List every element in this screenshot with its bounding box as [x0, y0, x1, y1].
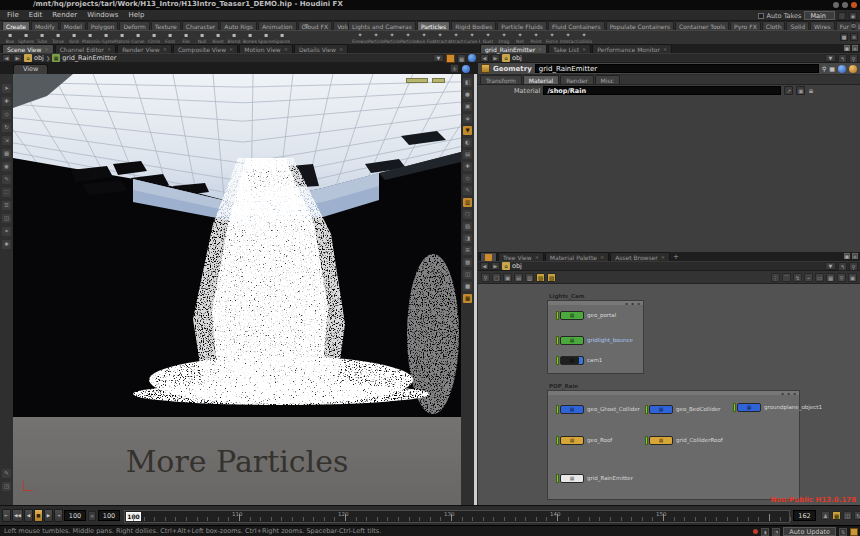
network-node[interactable]: ▦ cam1 — [556, 355, 602, 365]
network-tool-icon[interactable]: ↯ — [793, 273, 802, 282]
close-icon[interactable]: × — [661, 254, 665, 260]
root-icon[interactable]: ⌂ — [24, 54, 32, 62]
pane-tab[interactable]: Details View × — [294, 44, 348, 53]
viewport-display-icon[interactable]: ▣ — [463, 102, 472, 111]
shelf-tab[interactable]: Particle Fluids — [497, 21, 547, 30]
shelf-tab[interactable]: Fluid Containers — [548, 21, 605, 30]
shelf-tab[interactable]: Character — [182, 21, 220, 30]
shelf-tab[interactable]: Model — [60, 21, 86, 30]
shelf-tool[interactable]: ✦ Attract fr — [448, 31, 464, 44]
shelf-tab[interactable]: Modify — [31, 21, 59, 30]
pane-tab[interactable]: Asset Browser × — [610, 252, 670, 261]
network-canvas[interactable]: Lights_Cam ▪ ▪ ▪ ▦ geo_portal ▦ gridligh… — [478, 284, 860, 505]
network-node[interactable]: ▦ geo_portal — [556, 310, 616, 320]
gear-icon[interactable]: ⚙ — [302, 21, 311, 30]
playbar-option-icon[interactable]: ↻ — [854, 511, 860, 520]
transport-button[interactable]: ⇤ — [2, 509, 11, 522]
network-node[interactable]: ▦ groundplane_object1 — [733, 402, 822, 412]
help-sphere-icon[interactable] — [462, 65, 470, 73]
shelf-tab[interactable]: Populate Containers — [606, 21, 674, 30]
shelf-tool[interactable]: ✦ Fireworks — [352, 31, 368, 44]
parameter-tab[interactable]: Transform — [480, 75, 522, 84]
network-tool-icon[interactable]: ▨ — [547, 273, 556, 282]
search-icon[interactable]: ⚲ — [822, 65, 826, 72]
end-frame-field[interactable]: 162 — [793, 510, 816, 521]
shelf-tool[interactable]: ▪ Tube — [34, 31, 50, 44]
render-flag-icon[interactable] — [446, 54, 455, 63]
viewport-tool-icon[interactable]: ◉ — [2, 162, 11, 171]
pane-tab[interactable] — [480, 252, 497, 261]
transport-button[interactable]: ■ — [34, 509, 43, 522]
node-type-icon[interactable]: ▦ — [560, 311, 584, 320]
search-icon[interactable]: ⚲ — [849, 262, 858, 271]
material-path-field[interactable]: /shop/Rain — [543, 86, 781, 95]
display-flag-icon[interactable] — [556, 474, 559, 483]
root-icon[interactable]: ⌂ — [502, 54, 510, 62]
network-tool-icon[interactable]: ▣ — [848, 273, 857, 282]
viewport-tool-icon[interactable]: ☰ — [2, 201, 11, 210]
viewport-tool-icon[interactable]: ✎ — [2, 469, 11, 478]
shelf-tool[interactable]: ✦ Collision D — [576, 31, 592, 44]
network-tool-icon[interactable]: ⌒ — [782, 273, 791, 282]
shelf-tool[interactable]: ▪ Blend — [226, 31, 242, 44]
pane-tab[interactable]: Performance Monitor × — [592, 44, 672, 53]
network-tool-icon[interactable]: ▣ — [503, 273, 512, 282]
shelf-tool[interactable]: ▪ Box — [2, 31, 18, 44]
shelf-tool[interactable]: ▪ L-System — [98, 31, 114, 44]
minimize-icon[interactable] — [833, 2, 839, 8]
back-icon[interactable]: ◀ — [480, 262, 489, 270]
network-tool-icon[interactable]: ▥ — [525, 273, 534, 282]
display-flag-icon[interactable] — [556, 436, 559, 445]
pane-tab[interactable]: Tree View × — [498, 252, 544, 261]
viewport-display-icon[interactable]: ▦ — [463, 294, 472, 303]
viewport-tool-icon[interactable]: ▦ — [2, 149, 11, 158]
display-flag-icon[interactable] — [733, 403, 736, 412]
shelf-tool[interactable]: ✦ Axis Force — [416, 31, 432, 44]
path-dropdown-icon[interactable]: ▼ — [825, 262, 836, 270]
node-name-field[interactable]: grid_RainEmitter — [535, 64, 819, 73]
update-flag-icon[interactable] — [850, 528, 858, 536]
info-sphere-icon[interactable] — [838, 65, 846, 73]
display-flag-icon[interactable] — [556, 356, 559, 365]
box-minimize-icon[interactable]: ▪ ▪ ▪ — [625, 301, 641, 306]
node-type-icon[interactable]: ▦ — [560, 436, 584, 445]
shelf-tool[interactable]: ✦ Attract to — [432, 31, 448, 44]
close-icon[interactable]: × — [535, 254, 539, 260]
viewport-display-icon[interactable]: ■ — [463, 282, 472, 291]
shelf-tool[interactable]: ✦ Gust — [480, 31, 496, 44]
auto-update-selector[interactable]: Auto Update — [783, 527, 836, 536]
playbar-option-icon[interactable]: ◫ — [843, 511, 852, 520]
transport-button[interactable]: ▶ — [44, 509, 53, 522]
viewport-tool-icon[interactable]: ➤ — [2, 84, 11, 93]
range-lock-icon[interactable]: ≡ — [88, 511, 96, 521]
node-jump-icon[interactable]: ▣ — [796, 86, 805, 95]
display-flag-icon[interactable] — [556, 336, 559, 345]
transport-button[interactable]: ⇥ — [54, 509, 63, 522]
menu-item[interactable]: Render — [47, 10, 82, 20]
forward-icon[interactable]: ▶ — [13, 54, 22, 62]
node-type-icon[interactable]: ▦ — [649, 436, 673, 445]
shelf-tool[interactable]: ✦ Curve For — [464, 31, 480, 44]
pane-tab[interactable]: grid_RainEmitter × — [480, 44, 547, 53]
shelf-tool[interactable]: ▪ Rivet — [210, 31, 226, 44]
display-flag-icon[interactable] — [556, 405, 559, 414]
snapshot-icon[interactable]: ▦ — [457, 54, 466, 63]
shelf-tool[interactable]: ▪ Platonic S — [114, 31, 130, 44]
viewport-display-icon[interactable]: ● — [463, 90, 472, 99]
viewport-display-icon[interactable]: ▤ — [463, 150, 472, 159]
shelf-tool[interactable]: ▪ Spaceshi — [258, 31, 274, 44]
viewport-display-icon[interactable]: ◧ — [463, 78, 472, 87]
pane-tab[interactable]: Channel Editor × — [55, 44, 117, 53]
shelf-window-icon[interactable]: ■ — [840, 33, 848, 41]
viewport-display-icon[interactable]: ◐ — [463, 138, 472, 147]
shelf-tab[interactable]: Deform — [119, 21, 149, 30]
shelf-tab[interactable]: Animation — [258, 21, 297, 30]
close-icon[interactable]: × — [284, 46, 288, 52]
pane-splitter[interactable] — [474, 74, 477, 505]
transport-button[interactable]: ◀ — [24, 509, 33, 522]
pane-window-buttons[interactable]: ■⊗ — [844, 45, 858, 51]
viewport-tool-icon[interactable]: ⛶ — [2, 188, 11, 197]
network-node[interactable]: ▦ grid_ColliderRoof — [645, 435, 723, 445]
viewport-tool-icon[interactable]: ↻ — [2, 123, 11, 132]
maximize-icon[interactable] — [842, 2, 848, 8]
